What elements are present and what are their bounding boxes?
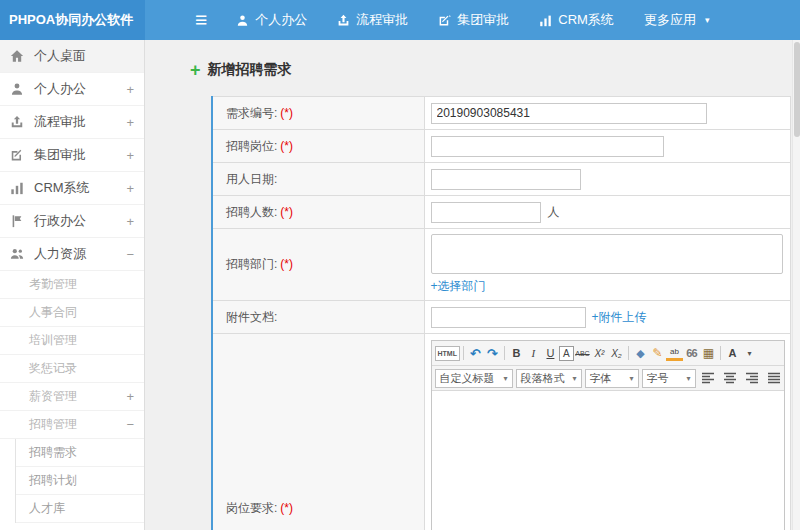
blockquote-button[interactable]: 66	[683, 344, 700, 363]
expand-icon[interactable]: +	[126, 214, 134, 229]
field-label: 附件文档:	[226, 310, 277, 324]
sidebar-item-label: 培训管理	[29, 332, 77, 349]
align-center-icon[interactable]	[721, 369, 740, 388]
required-mark: (*)	[280, 501, 293, 515]
redo-button[interactable]: ↷	[484, 344, 501, 363]
sidebar-item-human-resources[interactable]: 人力资源 −	[0, 238, 144, 271]
attachment-input[interactable]	[431, 307, 586, 328]
topnav-label: 流程审批	[356, 11, 408, 29]
align-right-icon[interactable]	[743, 369, 762, 388]
bold-button[interactable]: B	[508, 344, 525, 363]
field-label: 岗位要求:	[226, 501, 277, 515]
topnav-item-more-apps[interactable]: 更多应用	[629, 0, 711, 40]
sidebar-item-personal-desktop[interactable]: 个人桌面	[0, 40, 144, 73]
menu-toggle-icon[interactable]: ≡	[195, 0, 207, 40]
subscript-button[interactable]: X₂	[608, 344, 625, 363]
collapse-icon[interactable]: −	[126, 417, 134, 432]
sidebar-item-recruit-plan[interactable]: 招聘计划	[16, 467, 144, 495]
required-mark: (*)	[280, 139, 293, 153]
caret-down-icon: ▾	[682, 374, 690, 383]
sidebar-item-recruitment[interactable]: 招聘管理 −	[0, 411, 144, 439]
select-department-link[interactable]: +选择部门	[431, 279, 486, 293]
sidebar-item-crm-system[interactable]: CRM系统 +	[0, 172, 144, 205]
scrollbar-thumb[interactable]	[794, 42, 800, 137]
sidebar-item-label: 招聘管理	[29, 416, 77, 433]
sidebar-item-salary[interactable]: 薪资管理 +	[0, 383, 144, 411]
field-label: 招聘部门:	[226, 257, 277, 271]
expand-icon[interactable]: +	[126, 389, 134, 404]
topnav-label: 集团审批	[457, 11, 509, 29]
person-icon	[10, 82, 25, 96]
expand-icon[interactable]: +	[126, 115, 134, 130]
toolbar-separator	[628, 346, 629, 360]
sidebar-item-recruit-demand[interactable]: 招聘需求	[16, 439, 144, 467]
top-bar: PHPOA协同办公软件 ≡ 个人办公 流程审批 集团审批 CRM系统 更多应用	[0, 0, 800, 40]
sidebar-item-label: 人才库	[29, 500, 65, 517]
page-scrollbar[interactable]	[792, 40, 800, 530]
demand-no-input[interactable]	[431, 103, 707, 124]
sidebar-item-attendance[interactable]: 考勤管理	[0, 271, 144, 299]
form-row-requirement: 岗位要求:(*) HTML ↶ ↷ B I U A	[212, 334, 791, 530]
editor-toolbar-row2: 自定义标题 ▾ 段落格式 ▾ 字体 ▾	[432, 366, 784, 391]
font-color-button[interactable]: A	[559, 346, 574, 361]
department-textarea[interactable]	[431, 234, 783, 274]
expand-icon[interactable]: +	[126, 148, 134, 163]
recruit-demand-form: 需求编号:(*) 招聘岗位:(*) 用人日期:	[211, 96, 791, 530]
attachment-upload-link[interactable]: +附件上传	[592, 309, 647, 326]
sidebar-item-workflow-approval[interactable]: 流程审批 +	[0, 106, 144, 139]
flag-icon	[10, 214, 25, 228]
eraser-button[interactable]: ◆	[632, 344, 649, 363]
topnav-item-crm-system[interactable]: CRM系统	[524, 0, 629, 40]
caret-down-icon[interactable]: ▾	[705, 0, 722, 40]
top-navigation: 个人办公 流程审批 集团审批 CRM系统 更多应用 ▾	[221, 0, 721, 40]
headcount-input[interactable]	[431, 202, 541, 223]
toolbar-separator	[720, 346, 721, 360]
strikethrough-button[interactable]: ABC	[574, 344, 591, 363]
sidebar-item-group-approval[interactable]: 集团审批 +	[0, 139, 144, 172]
dropdown-label: 自定义标题	[440, 371, 495, 386]
align-justify-icon[interactable]	[765, 369, 784, 388]
more-options-button[interactable]: ▾	[741, 344, 758, 363]
font-size-dropdown[interactable]: 字号 ▾	[642, 369, 696, 388]
topnav-item-group-approval[interactable]: 集团审批	[423, 0, 524, 40]
required-mark: (*)	[280, 205, 293, 219]
highlight-button[interactable]: ab	[666, 346, 683, 361]
sidebar-item-admin-office[interactable]: 行政办公 +	[0, 205, 144, 238]
sidebar-item-label: CRM系统	[34, 179, 90, 197]
collapse-icon[interactable]: −	[126, 247, 134, 262]
table-button[interactable]: ▦	[700, 344, 717, 363]
underline-button[interactable]: U	[542, 344, 559, 363]
topnav-label: 更多应用	[644, 11, 696, 29]
align-left-icon[interactable]	[699, 369, 718, 388]
sidebar-item-training[interactable]: 培训管理	[0, 327, 144, 355]
form-row-department: 招聘部门:(*) +选择部门	[212, 229, 791, 301]
toolbar-separator	[504, 346, 505, 360]
sidebar-item-personal-office[interactable]: 个人办公 +	[0, 73, 144, 106]
sidebar: 个人桌面 个人办公 + 流程审批 + 集团审批 + CRM系统 + 行政办公 +	[0, 40, 145, 530]
custom-heading-dropdown[interactable]: 自定义标题 ▾	[435, 369, 513, 388]
font-style-button[interactable]: A	[724, 344, 741, 363]
paragraph-format-dropdown[interactable]: 段落格式 ▾	[516, 369, 582, 388]
font-family-dropdown[interactable]: 字体 ▾	[585, 369, 639, 388]
italic-button[interactable]: I	[525, 344, 542, 363]
topnav-item-workflow-approval[interactable]: 流程审批	[322, 0, 423, 40]
hire-date-input[interactable]	[431, 169, 581, 190]
superscript-button[interactable]: X²	[591, 344, 608, 363]
sidebar-submenu-recruitment: 招聘需求 招聘计划 人才库	[15, 439, 144, 523]
format-brush-button[interactable]: ✎	[649, 344, 666, 363]
expand-icon[interactable]: +	[126, 82, 134, 97]
rich-text-editor: HTML ↶ ↷ B I U A ABC X² X₂	[431, 340, 785, 530]
sidebar-item-hr-contracts[interactable]: 人事合同	[0, 299, 144, 327]
undo-button[interactable]: ↶	[467, 344, 484, 363]
sidebar-item-rewards[interactable]: 奖惩记录	[0, 355, 144, 383]
sidebar-item-label: 个人办公	[34, 80, 86, 98]
position-input[interactable]	[431, 136, 664, 157]
main-content: + 新增招聘需求 需求编号:(*) 招聘岗位:(*)	[146, 40, 800, 530]
expand-icon[interactable]: +	[126, 181, 134, 196]
html-source-button[interactable]: HTML	[435, 346, 460, 361]
sidebar-item-label: 行政办公	[34, 212, 86, 230]
editor-content-area[interactable]	[432, 391, 784, 530]
sidebar-item-label: 人力资源	[34, 245, 86, 263]
sidebar-item-talent-pool[interactable]: 人才库	[16, 495, 144, 523]
topnav-item-personal-office[interactable]: 个人办公	[221, 0, 322, 40]
